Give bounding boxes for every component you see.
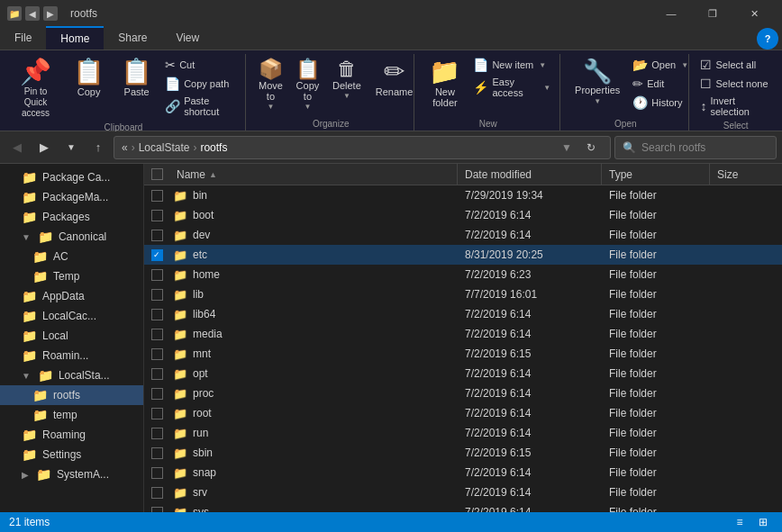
row-checkbox[interactable]	[151, 309, 163, 320]
row-check[interactable]	[144, 309, 169, 320]
copypath-button[interactable]: 📄 Copy path	[161, 75, 240, 93]
row-checkbox[interactable]	[151, 269, 163, 281]
row-checkbox[interactable]	[151, 230, 163, 241]
header-name[interactable]: Name ▲	[169, 164, 458, 185]
history-button[interactable]: 🕐 History	[629, 94, 692, 112]
close-button[interactable]: ✕	[733, 0, 775, 27]
header-date[interactable]: Date modified	[458, 164, 602, 185]
table-row[interactable]: 📁 bin 7/29/2019 19:34 File folder	[144, 185, 782, 205]
tab-view[interactable]: View	[161, 26, 214, 50]
row-checkbox[interactable]	[151, 289, 163, 301]
paste-button[interactable]: 📋 Paste	[114, 56, 159, 99]
row-checkbox[interactable]	[151, 190, 163, 202]
row-checkbox[interactable]	[151, 487, 163, 499]
sidebar-item-settings[interactable]: 📁 Settings	[0, 445, 143, 464]
properties-button[interactable]: 🔧 Properties ▼	[568, 56, 627, 107]
header-type[interactable]: Type	[602, 164, 710, 185]
pasteshortcut-button[interactable]: 🔗 Paste shortcut	[161, 94, 240, 119]
row-checkbox[interactable]: ✓	[151, 249, 163, 261]
sidebar-item-ac[interactable]: 📁 AC	[0, 247, 143, 266]
copyto-button[interactable]: 📋 Copyto ▼	[290, 56, 325, 113]
sidebar-item-temp[interactable]: 📁 Temp	[0, 266, 143, 286]
sidebar-item-localsta[interactable]: ▼ 📁 LocalSta...	[0, 365, 143, 385]
table-row[interactable]: 📁 mnt 7/2/2019 6:15 File folder	[144, 344, 782, 364]
invertselection-button[interactable]: ↕ Invert selection	[696, 94, 775, 119]
forward-nav-icon[interactable]: ▶	[43, 6, 58, 21]
table-row[interactable]: 📁 root 7/2/2019 6:14 File folder	[144, 403, 782, 423]
sidebar-item-rootfs[interactable]: 📁 rootfs	[0, 385, 143, 405]
row-check[interactable]	[144, 210, 169, 221]
row-check[interactable]	[144, 487, 169, 499]
table-row[interactable]: 📁 home 7/2/2019 6:23 File folder	[144, 265, 782, 284]
row-check[interactable]	[144, 348, 169, 360]
sidebar-item-roamin[interactable]: 📁 Roamin...	[0, 346, 143, 365]
table-row[interactable]: 📁 dev 7/2/2019 6:14 File folder	[144, 225, 782, 245]
row-check[interactable]	[144, 368, 169, 380]
row-checkbox[interactable]	[151, 388, 163, 400]
sidebar-item-localcac[interactable]: 📁 LocalCac...	[0, 306, 143, 326]
help-button[interactable]: ?	[757, 28, 778, 50]
row-check[interactable]	[144, 190, 169, 202]
newfolder-button[interactable]: 📁 Newfolder	[422, 56, 468, 110]
edit-button[interactable]: ✏ Edit	[629, 75, 692, 93]
row-check[interactable]	[144, 388, 169, 400]
table-row[interactable]: 📁 lib64 7/2/2019 6:14 File folder	[144, 304, 782, 324]
moveto-button[interactable]: 📦 Moveto ▼	[253, 56, 288, 113]
row-check[interactable]: ✓	[144, 249, 169, 261]
sidebar-item-local[interactable]: 📁 Local	[0, 326, 143, 346]
row-check[interactable]	[144, 230, 169, 241]
header-check[interactable]	[144, 168, 169, 180]
table-row[interactable]: 📁 boot 7/2/2019 6:14 File folder	[144, 205, 782, 225]
search-box[interactable]: 🔍 Search rootfs	[614, 136, 777, 159]
row-check[interactable]	[144, 428, 169, 439]
row-check[interactable]	[144, 289, 169, 301]
refresh-button[interactable]: ↻	[579, 136, 603, 159]
row-check[interactable]	[144, 269, 169, 281]
selectall-button[interactable]: ☑ Select all	[696, 56, 775, 74]
row-checkbox[interactable]	[151, 368, 163, 380]
sidebar-item-canonical[interactable]: ▼ 📁 Canonical	[0, 227, 143, 247]
pin-button[interactable]: 📌 Pin to Quickaccess	[7, 56, 64, 121]
easyaccess-button[interactable]: ⚡ Easy access ▼	[469, 75, 554, 100]
forward-button[interactable]: ▶	[32, 136, 56, 159]
tab-share[interactable]: Share	[104, 26, 161, 50]
table-row[interactable]: 📁 sys 7/2/2019 6:14 File folder	[144, 502, 782, 512]
recent-locations-button[interactable]: ▼	[59, 136, 83, 159]
row-check[interactable]	[144, 408, 169, 419]
sidebar-item-packagema[interactable]: 📁 PackageMa...	[0, 187, 143, 207]
table-row[interactable]: 📁 lib 7/7/2019 16:01 File folder	[144, 284, 782, 304]
cut-button[interactable]: ✂ Cut	[161, 56, 240, 74]
table-row[interactable]: 📁 sbin 7/2/2019 6:15 File folder	[144, 443, 782, 463]
maximize-button[interactable]: ❐	[692, 0, 733, 27]
sidebar-item-roaming[interactable]: 📁 Roaming	[0, 425, 143, 445]
row-checkbox[interactable]	[151, 329, 163, 340]
table-row[interactable]: 📁 proc 7/2/2019 6:14 File folder	[144, 383, 782, 403]
sidebar-item-systema[interactable]: ▶ 📁 SystemA...	[0, 464, 143, 484]
sidebar-item-appdata[interactable]: 📁 AppData	[0, 286, 143, 306]
row-checkbox[interactable]	[151, 210, 163, 221]
back-button[interactable]: ◀	[5, 136, 29, 159]
row-check[interactable]	[144, 467, 169, 479]
list-view-button[interactable]: ≡	[730, 514, 750, 530]
open-button[interactable]: 📂 Open ▼	[629, 56, 692, 74]
path-localstate[interactable]: LocalState	[139, 141, 190, 154]
address-path[interactable]: « › LocalState › rootfs ▼ ↻	[114, 136, 611, 159]
back-nav-icon[interactable]: ◀	[25, 6, 40, 21]
address-dropdown[interactable]: ▼	[558, 136, 576, 159]
row-check[interactable]	[144, 447, 169, 459]
table-row[interactable]: 📁 srv 7/2/2019 6:14 File folder	[144, 482, 782, 502]
table-row[interactable]: ✓ 📁 etc 8/31/2019 20:25 File folder	[144, 245, 782, 265]
row-checkbox[interactable]	[151, 447, 163, 459]
table-row[interactable]: 📁 opt 7/2/2019 6:14 File folder	[144, 364, 782, 383]
up-button[interactable]: ↑	[86, 136, 110, 159]
table-row[interactable]: 📁 media 7/2/2019 6:14 File folder	[144, 324, 782, 344]
selectnone-button[interactable]: ☐ Select none	[696, 75, 775, 93]
row-checkbox[interactable]	[151, 428, 163, 439]
table-row[interactable]: 📁 run 7/2/2019 6:14 File folder	[144, 423, 782, 443]
tab-file[interactable]: File	[0, 26, 46, 50]
header-size[interactable]: Size	[710, 164, 782, 185]
rename-button[interactable]: ✏ Rename	[368, 56, 421, 99]
row-checkbox[interactable]	[151, 348, 163, 360]
tab-home[interactable]: Home	[46, 26, 104, 50]
sidebar-item-packageca[interactable]: 📁 Package Ca...	[0, 167, 143, 187]
